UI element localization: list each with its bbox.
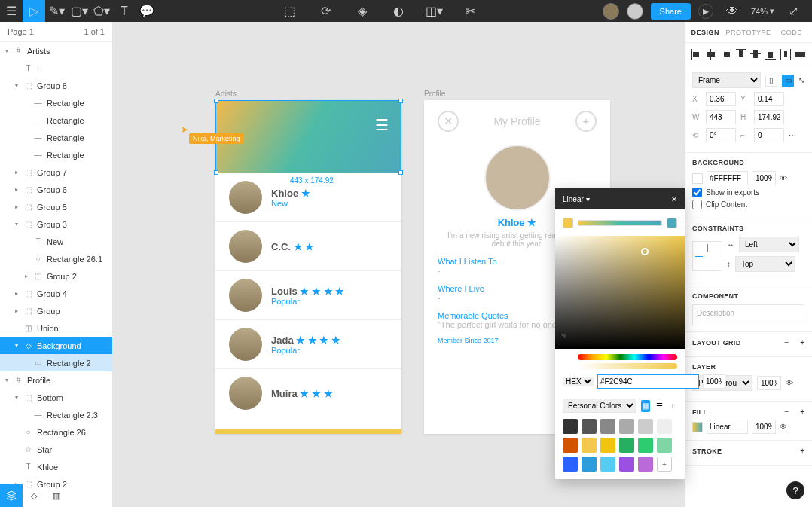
color-swatch[interactable] — [638, 419, 653, 434]
color-swatch[interactable] — [582, 419, 597, 434]
bg-color-input[interactable] — [707, 171, 748, 185]
align-hcenter-icon[interactable] — [706, 49, 716, 60]
library-tab-icon[interactable]: ▥ — [45, 484, 68, 507]
color-swatch[interactable] — [600, 419, 615, 434]
resize-fit-icon[interactable]: ⤡ — [798, 76, 804, 84]
crop-icon[interactable]: ✂ — [459, 0, 482, 22]
tab-code[interactable]: CODE — [771, 22, 812, 42]
hex-input[interactable] — [597, 374, 699, 389]
align-left-icon[interactable] — [691, 49, 702, 60]
list-view-icon[interactable]: ☰ — [655, 400, 664, 412]
close-icon[interactable]: ✕ — [438, 111, 459, 132]
align-vcenter-icon[interactable] — [750, 49, 761, 60]
align-bottom-icon[interactable] — [765, 49, 776, 60]
color-swatch[interactable] — [619, 438, 634, 453]
show-exports-checkbox[interactable] — [692, 188, 702, 197]
layer-row[interactable]: T· — [0, 60, 112, 77]
color-field[interactable] — [555, 236, 685, 349]
color-swatch[interactable] — [619, 457, 634, 472]
add-stroke-icon[interactable]: + — [800, 447, 804, 455]
color-swatch[interactable] — [563, 419, 578, 434]
gradient-stop-1[interactable] — [563, 218, 573, 228]
portrait-icon[interactable]: ▯ — [765, 75, 777, 87]
shape-tool[interactable]: ⬠▾ — [90, 0, 113, 22]
layer-row[interactable]: ▾#Artists — [0, 42, 112, 60]
color-picker[interactable]: Linear ▾ ✕ ✎ HEX Personal Colors ▦ ☰ ↑ + — [555, 188, 685, 479]
layer-opacity-input[interactable] — [757, 376, 781, 390]
help-button[interactable]: ? — [786, 481, 804, 499]
h-input[interactable] — [754, 110, 784, 124]
color-swatch[interactable] — [600, 438, 615, 453]
layer-row[interactable]: —Rectangle — [0, 111, 112, 129]
remove-fill-icon[interactable]: − — [785, 408, 789, 416]
fill-visibility-icon[interactable]: 👁 — [780, 423, 787, 431]
constraint-h-select[interactable]: Left — [739, 237, 799, 252]
layer-row[interactable]: ○Rectangle 26.1 — [0, 250, 112, 267]
frame-type-select[interactable]: Frame — [692, 72, 761, 88]
constraints-widget[interactable] — [692, 241, 722, 271]
color-swatch[interactable] — [638, 457, 653, 472]
more-icon[interactable]: ⋯ — [789, 131, 796, 139]
layer-row[interactable]: ◫Union — [0, 319, 112, 337]
landscape-icon[interactable]: ▭ — [782, 75, 794, 87]
component-description[interactable]: Description — [692, 304, 804, 325]
layer-visibility-icon[interactable]: 👁 — [786, 379, 793, 387]
menu-icon[interactable]: ☰ — [0, 0, 23, 22]
gradient-stop-2[interactable] — [667, 218, 677, 228]
layer-row[interactable]: ▸⬚Group 6 — [0, 181, 112, 198]
constraint-v-select[interactable]: Top — [735, 256, 795, 272]
grid-view-icon[interactable]: ▦ — [641, 400, 650, 412]
layers-tab-icon[interactable] — [0, 484, 23, 507]
fill-opacity-input[interactable] — [752, 420, 776, 434]
comment-tool[interactable]: 💬 — [136, 0, 158, 22]
layer-row[interactable]: ▾⬚Bottom — [0, 389, 112, 406]
layer-row[interactable]: ▾#Profile — [0, 371, 112, 389]
layer-row[interactable]: ▸⬚Group 2 — [0, 267, 112, 285]
clip-content-checkbox[interactable] — [692, 200, 702, 209]
pen-tool[interactable]: ✎▾ — [45, 0, 68, 22]
boolean-icon[interactable]: ◐ — [387, 0, 410, 22]
layer-row[interactable]: ▸⬚Group — [0, 302, 112, 319]
remove-grid-icon[interactable]: − — [785, 338, 789, 347]
page-selector[interactable]: Page 11 of 1 — [0, 22, 112, 42]
hue-slider[interactable] — [578, 354, 677, 360]
layer-row[interactable]: ☆Star — [0, 441, 112, 458]
add-swatch-icon[interactable]: + — [657, 457, 672, 472]
layer-row[interactable]: ▸⬚Group 4 — [0, 285, 112, 302]
tab-design[interactable]: DESIGN — [685, 22, 726, 42]
color-swatch[interactable] — [657, 419, 672, 434]
x-input[interactable] — [706, 92, 736, 106]
close-picker-icon[interactable]: ✕ — [671, 195, 677, 203]
align-right-icon[interactable] — [721, 49, 731, 60]
gradient-type-select[interactable]: Linear ▾ — [563, 195, 590, 203]
color-swatch[interactable] — [582, 438, 597, 453]
color-swatch[interactable] — [638, 438, 653, 453]
color-swatch[interactable] — [657, 438, 672, 453]
user-avatar-2[interactable] — [627, 3, 643, 20]
palette-select[interactable]: Personal Colors — [563, 399, 636, 413]
visibility-icon[interactable]: 👁 — [780, 174, 787, 182]
components-tab-icon[interactable]: ◇ — [23, 484, 45, 507]
layer-row[interactable]: —Rectangle — [0, 94, 112, 111]
add-fill-icon[interactable]: + — [800, 408, 804, 416]
frame-tool[interactable]: ▢▾ — [68, 0, 90, 22]
distribute-icon[interactable] — [780, 49, 791, 60]
eyedropper-icon[interactable]: ✎ — [561, 332, 567, 341]
color-swatch[interactable] — [563, 438, 578, 453]
layer-row[interactable]: TKhloe — [0, 458, 112, 475]
layer-row[interactable]: TNew — [0, 233, 112, 250]
text-tool[interactable]: T — [113, 0, 136, 22]
reset-icon[interactable]: ⟳ — [315, 0, 337, 22]
y-input[interactable] — [754, 92, 784, 106]
layer-row[interactable]: —Rectangle — [0, 129, 112, 146]
layer-row[interactable]: ▾⬚Group 3 — [0, 215, 112, 233]
layer-row[interactable]: ▾⬚Group 8 — [0, 77, 112, 94]
add-grid-icon[interactable]: + — [800, 338, 804, 347]
fill-type-input[interactable] — [707, 420, 748, 434]
color-swatch[interactable] — [600, 457, 615, 472]
opacity-input[interactable] — [703, 374, 725, 389]
radius-input[interactable] — [754, 128, 784, 142]
color-swatch[interactable] — [582, 457, 597, 472]
w-input[interactable] — [706, 110, 736, 124]
layer-row[interactable]: ▭Rectangle 2 — [0, 354, 112, 371]
